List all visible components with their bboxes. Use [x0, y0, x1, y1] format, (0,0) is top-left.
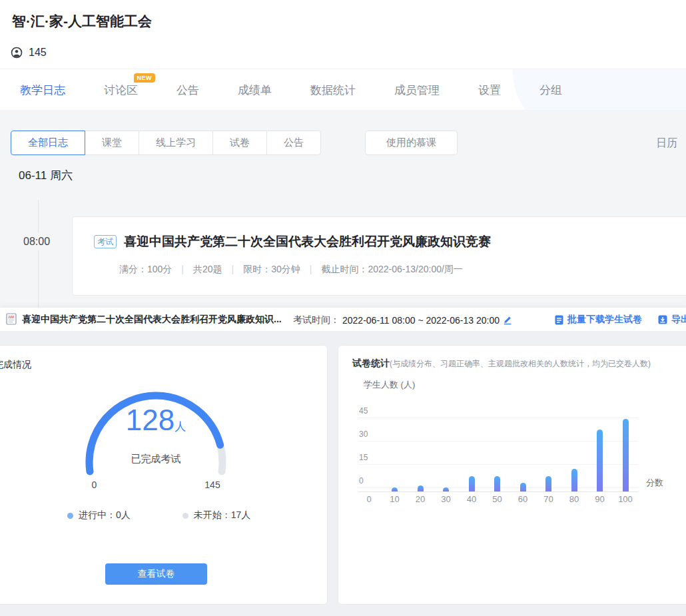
completion-panel-title: 完成情况: [0, 359, 31, 371]
gauge-min-label: 0: [86, 479, 103, 490]
edit-pencil-icon[interactable]: [502, 315, 513, 326]
batch-download-button[interactable]: 批量下载学生试卷: [555, 314, 642, 326]
view-papers-button[interactable]: 查看试卷: [105, 563, 207, 585]
export-button[interactable]: 导出: [658, 314, 686, 326]
export-download-icon: [658, 315, 667, 324]
members-icon: [11, 47, 23, 59]
score-bar: [520, 483, 526, 491]
score-bar: [597, 430, 603, 491]
exam-entry-title[interactable]: 喜迎中国共产党第二十次全国代表大会胜利召开党风廉政知识竞赛: [124, 233, 491, 250]
x-tick-label: 20: [410, 494, 430, 504]
chart-gridline: [358, 441, 638, 442]
x-tick-label: 90: [590, 494, 610, 504]
chart-gridline: [358, 418, 638, 418]
filter-课堂[interactable]: 课堂: [85, 131, 139, 155]
completion-panel: 完成情况 128人 已完成考试 0 145 进行中：0人未开始：17人 查看试卷: [0, 345, 328, 605]
legend-dot-icon: [67, 513, 73, 519]
legend-item: 未开始：17人: [182, 509, 251, 521]
exam-time-value: 2022-06-11 08:00 ~ 2022-06-13 20:00: [342, 315, 500, 326]
batch-download-label: 批量下载学生试卷: [567, 314, 642, 326]
filter-全部日志[interactable]: 全部日志: [11, 131, 85, 155]
tab-设置[interactable]: 设置: [478, 83, 501, 98]
member-count-value: 145: [29, 47, 47, 59]
gauge-max-label: 145: [199, 479, 226, 490]
exam-entry-card[interactable]: 考试 喜迎中国共产党第二十次全国代表大会胜利召开党风廉政知识竞赛 满分：100分…: [72, 216, 686, 296]
tab-成绩单[interactable]: 成绩单: [238, 83, 272, 98]
new-badge: NEW: [134, 73, 156, 83]
tab-bar-items: 教学日志讨论区NEW公告成绩单数据统计成员管理设置分组: [0, 69, 686, 111]
filter-线上学习[interactable]: 线上学习: [139, 131, 213, 155]
mooc-filter-button[interactable]: 使用的慕课: [365, 131, 458, 155]
exam-bar-title[interactable]: 喜迎中国共产党第二十次全国代表大会胜利召开党风廉政知识...: [22, 314, 282, 326]
filter-公告[interactable]: 公告: [266, 131, 321, 155]
exam-action-bar: 100 喜迎中国共产党第二十次全国代表大会胜利召开党风廉政知识... 考试时间：…: [0, 308, 686, 331]
timeline-date: 06-11 周六: [19, 168, 73, 183]
legend-label: 未开始：17人: [194, 509, 251, 521]
x-tick-label: 50: [488, 494, 508, 504]
svg-text:100: 100: [8, 315, 14, 319]
x-tick-label: 70: [539, 494, 559, 504]
tab-讨论区[interactable]: 讨论区NEW: [104, 83, 138, 98]
x-tick-label: 40: [462, 494, 482, 504]
tab-公告[interactable]: 公告: [176, 83, 199, 98]
exam-time: 考试时间： 2022-06-11 08:00 ~ 2022-06-13 20:0…: [293, 314, 513, 326]
completed-count: 128人: [76, 404, 236, 437]
score-chart-plot: 分数 45301500102030405060708090100: [338, 346, 686, 604]
tab-成员管理[interactable]: 成员管理: [394, 83, 440, 98]
exam-time-label: 考试时间：: [293, 314, 340, 326]
legend-dot-icon: [182, 513, 188, 519]
completion-gauge: 128人 已完成考试 0 145: [76, 389, 236, 495]
completion-legend: 进行中：0人未开始：17人: [67, 509, 250, 521]
completed-unit: 人: [174, 420, 186, 433]
log-filter-group: 全部日志课堂线上学习试卷公告: [11, 131, 321, 155]
meta-item: 截止时间：2022-06-13/20:00/周一: [321, 264, 462, 274]
tab-分组[interactable]: 分组: [539, 83, 562, 98]
score-bar: [494, 476, 500, 491]
tab-bar: 教学日志讨论区NEW公告成绩单数据统计成员管理设置分组: [0, 69, 686, 111]
x-tick-label: 100: [615, 494, 635, 504]
y-tick-label: 45: [359, 406, 368, 416]
chart-x-axis-line: [358, 491, 638, 492]
meta-item: 满分：100分: [119, 264, 172, 274]
exam-paper-icon: 100: [5, 313, 17, 328]
score-bar: [623, 419, 629, 491]
meta-separator: |: [181, 264, 184, 274]
calendar-link[interactable]: 日历: [656, 137, 677, 151]
teaching-log-content: 全部日志课堂线上学习试卷公告 使用的慕课 日历 06-11 周六 08:00 考…: [0, 110, 686, 308]
x-tick-label: 0: [359, 494, 379, 504]
meta-item: 限时：30分钟: [243, 264, 300, 274]
legend-label: 进行中：0人: [79, 509, 131, 521]
tab-教学日志[interactable]: 教学日志: [20, 83, 65, 98]
meta-separator: |: [310, 264, 312, 274]
completed-number: 128: [126, 404, 174, 436]
x-tick-label: 10: [385, 494, 405, 504]
tab-数据统计[interactable]: 数据统计: [310, 83, 356, 98]
score-bar: [469, 476, 475, 491]
y-tick-label: 0: [359, 476, 364, 485]
score-bar: [443, 487, 449, 491]
y-tick-label: 30: [359, 430, 368, 439]
score-bar: [571, 469, 577, 491]
score-bar: [392, 487, 398, 491]
y-tick-label: 15: [359, 453, 368, 462]
completed-label: 已完成考试: [76, 453, 236, 465]
filter-试卷[interactable]: 试卷: [212, 131, 267, 155]
document-icon: [555, 315, 563, 325]
member-count: 145: [11, 47, 47, 59]
exam-type-badge: 考试: [94, 235, 117, 248]
score-bar: [545, 476, 551, 491]
x-tick-label: 30: [436, 494, 456, 504]
meta-item: 共20题: [193, 264, 222, 274]
exam-entry-meta: 满分：100分|共20题|限时：30分钟|截止时间：2022-06-13/20:…: [119, 264, 463, 276]
chart-x-axis-title: 分数: [646, 477, 663, 489]
export-label: 导出: [671, 314, 686, 326]
score-bar: [418, 485, 424, 491]
x-tick-label: 80: [564, 494, 584, 504]
timeline-time: 08:00: [19, 233, 55, 250]
course-title: 智·汇·家-人工智能工会: [12, 12, 152, 31]
meta-separator: |: [232, 264, 234, 274]
timeline-line: [38, 200, 39, 308]
x-tick-label: 60: [513, 494, 533, 504]
chart-gridline: [358, 464, 638, 465]
stats-panel: 试卷统计(与成绩分布、习题正确率、主观题批改相关的人数统计，均为已交卷人数) 学…: [338, 345, 686, 605]
